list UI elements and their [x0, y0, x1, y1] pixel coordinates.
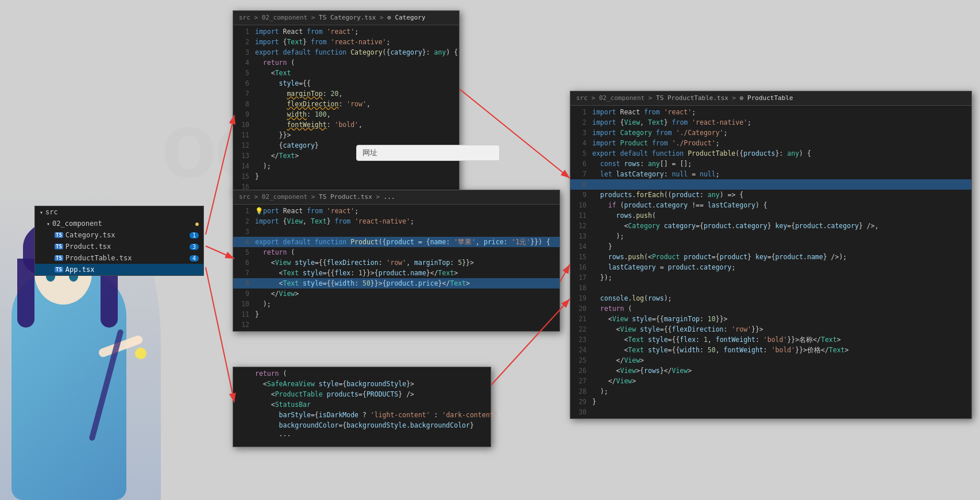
line-2: 2 import {Text} from 'react-native'; [233, 37, 459, 47]
pt-line-2: 2 import {View, Text} from 'react-native… [570, 117, 971, 128]
pt-line-3: 3 import Category from './Category'; [570, 128, 971, 138]
app-line-7: ··· [233, 430, 491, 441]
line-1: 1 import React from 'react'; [233, 26, 459, 37]
producttable-label: ProductTable.tsx [65, 254, 132, 262]
chevron-down-icon2: ▾ [47, 221, 50, 227]
pt-line-19: 19 console.log(rows); [570, 293, 971, 303]
pt-line-16: 16 lastCategory = product.category; [570, 262, 971, 272]
prod-line-3: 3 [233, 226, 560, 237]
app-line-6: backgroundColor={backgroundStyle.backgro… [233, 420, 491, 430]
panel-product: src > 02_component > TS Product.tsx > ..… [233, 190, 560, 332]
prod-line-6: 6 <View style={{flexDirection: 'row', ma… [233, 257, 560, 268]
app-line-2: <SafeAreaView style={backgroundStyle}> [233, 379, 491, 389]
app-label: App.tsx [65, 266, 95, 274]
ts-icon3: TS [55, 255, 63, 261]
explorer-item-producttable[interactable]: TS ProductTable.tsx 4 [35, 252, 203, 264]
pt-line-1: 1 import React from 'react'; [570, 107, 971, 117]
badge-4: 4 [190, 255, 199, 261]
pt-line-13: 13 ); [570, 231, 971, 241]
modified-dot: ● [195, 221, 199, 227]
browser-address-bar: 网址 [356, 145, 500, 161]
pt-line-29: 29 } [570, 397, 971, 407]
category-label: Category.tsx [65, 231, 115, 239]
pt-line-9: 9 products.forEach((product: any) => { [570, 190, 971, 200]
pt-line-11: 11 rows.push( [570, 210, 971, 221]
pt-line-5: 5 export default function ProductTable({… [570, 148, 971, 159]
line-14: 14 ); [233, 161, 459, 171]
app-line-1: return ( [233, 368, 491, 379]
panel-producttable: src > 02_component > TS ProductTable.tsx… [570, 91, 972, 419]
panel-app: return ( <SafeAreaView style={background… [233, 367, 491, 447]
prod-line-11: 11 } [233, 309, 560, 320]
prod-line-1: 1 💡port React from 'react'; [233, 206, 560, 216]
prod-line-9: 9 </View> [233, 289, 560, 299]
pt-line-14: 14 } [570, 241, 971, 252]
explorer-item-app[interactable]: TS App.tsx [35, 264, 203, 275]
line-11: 11 }}> [233, 130, 459, 140]
badge-3: 3 [190, 244, 199, 250]
explorer-item-product[interactable]: TS Product.tsx 3 [35, 241, 203, 252]
file-explorer: ▾ src ▾ 02_component ● TS Category.tsx 1… [34, 206, 204, 276]
line-15: 15 } [233, 171, 459, 182]
svg-line-6 [460, 89, 570, 178]
pt-line-25: 25 </View> [570, 355, 971, 366]
svg-line-3 [206, 267, 234, 402]
pt-line-22: 22 <View style={{flexDirection: 'row'}}> [570, 324, 971, 334]
src-label: src [45, 208, 58, 216]
pt-line-27: 27 </View> [570, 376, 971, 386]
svg-line-4 [560, 264, 570, 282]
prod-line-4: 4 export default function Product({produ… [233, 237, 560, 247]
line-3: 3 export default function Category({cate… [233, 47, 459, 57]
line-7: 7 marginTop: 20, [233, 89, 459, 99]
ts-icon2: TS [55, 244, 63, 249]
product-label: Product.tsx [65, 243, 111, 251]
pt-line-12: 12 <Category category={product.category}… [570, 221, 971, 231]
panel-category: src > 02_component > TS Category.tsx > ⊙… [233, 10, 460, 194]
panel-product-header: src > 02_component > TS Product.tsx > ..… [233, 190, 560, 205]
prod-line-5: 5 return ( [233, 247, 560, 257]
prod-line-12: 12 [233, 320, 560, 330]
prod-line-2: 2 import {View, Text} from 'react-native… [233, 216, 560, 226]
panel-category-header: src > 02_component > TS Category.tsx > ⊙… [233, 11, 459, 25]
app-line-5: barStyle={isDarkMode ? 'light-content' :… [233, 410, 491, 420]
explorer-item-category[interactable]: TS Category.tsx 1 [35, 229, 203, 241]
ts-icon4: TS [55, 267, 63, 272]
pt-line-20: 20 return ( [570, 303, 971, 314]
pt-line-28: 28 ); [570, 386, 971, 397]
line-9: 9 width: 100, [233, 109, 459, 120]
line-8: 8 flexDirection: 'row', [233, 99, 459, 109]
explorer-item-02component[interactable]: ▾ 02_component ● [35, 218, 203, 229]
folder-label: 02_component [52, 220, 102, 228]
prod-line-10: 10 ); [233, 299, 560, 309]
chevron-down-icon: ▾ [40, 209, 43, 216]
pt-line-8: 8 [570, 179, 971, 190]
pt-line-6: 6 const rows: any[] = []; [570, 159, 971, 169]
pt-line-21: 21 <View style={{marginTop: 10}}> [570, 314, 971, 324]
pt-line-4: 4 import Product from './Product'; [570, 138, 971, 148]
prod-line-7: 7 <Text style={{flex: 1}}>{product.name}… [233, 268, 560, 278]
badge-1: 1 [190, 232, 199, 239]
prod-line-8: 8 <Text style={{width: 50}}>{product.pri… [233, 278, 560, 289]
ts-icon: TS [55, 232, 63, 238]
pt-line-30: 30 [570, 407, 971, 417]
app-line-4: <StatusBar [233, 399, 491, 410]
svg-line-2 [206, 246, 234, 259]
pt-line-18: 18 [570, 283, 971, 293]
pt-line-23: 23 <Text style={{flex: 1, fontWeight: 'b… [570, 334, 971, 345]
line-6: 6 style={{ [233, 78, 459, 89]
pt-line-7: 7 let lastCategory: null = null; [570, 169, 971, 179]
pt-line-10: 10 if (product.category !== lastCategory… [570, 200, 971, 210]
panel-producttable-header: src > 02_component > TS ProductTable.tsx… [570, 91, 971, 106]
line-5: 5 <Text [233, 68, 459, 78]
app-line-3: <ProductTable products={PRODUCTS} /> [233, 389, 491, 399]
explorer-item-src[interactable]: ▾ src [35, 206, 203, 218]
pt-line-26: 26 <View>{rows}</View> [570, 366, 971, 376]
pt-line-17: 17 }); [570, 272, 971, 283]
address-bar-text: 网址 [362, 148, 377, 157]
pt-line-15: 15 rows.push(<Product product={product} … [570, 252, 971, 262]
line-10: 10 fontWeight: 'bold', [233, 120, 459, 130]
pt-line-24: 24 <Text style={{width: 50, fontWeight: … [570, 345, 971, 355]
line-4: 4 return ( [233, 57, 459, 68]
